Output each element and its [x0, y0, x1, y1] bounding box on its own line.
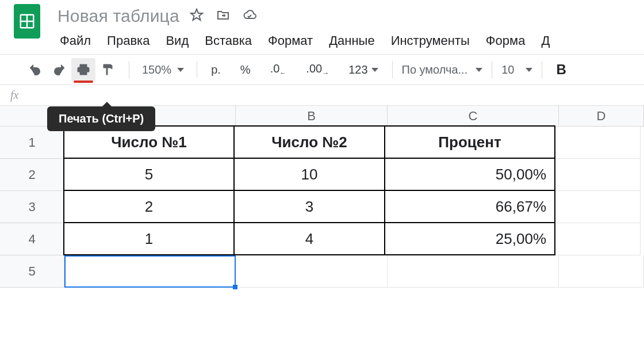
format-percent-button[interactable]: %: [236, 63, 255, 77]
cell-D5[interactable]: [559, 255, 644, 288]
cell-D3[interactable]: [555, 191, 641, 223]
cell-A2[interactable]: 5: [63, 158, 235, 191]
redo-button[interactable]: [47, 58, 71, 81]
row-header-5[interactable]: 5: [0, 255, 64, 288]
font-size-select[interactable]: 10: [501, 63, 514, 77]
cell-D4[interactable]: [555, 223, 641, 255]
cell-C5[interactable]: [388, 255, 559, 288]
header: Новая таблица: [0, 0, 644, 32]
spreadsheet-grid: A B C D 1 Число №1 Число №2 Процент 2 5 …: [0, 106, 644, 288]
col-header-C[interactable]: C: [388, 106, 559, 127]
undo-button[interactable]: [23, 58, 47, 81]
menu-data[interactable]: Данные: [329, 33, 374, 48]
row-header-4[interactable]: 4: [0, 223, 64, 255]
menu-tools[interactable]: Инструменты: [391, 33, 470, 48]
fx-label: fx: [10, 89, 33, 102]
menu-bar: Файл Правка Вид Вставка Формат Данные Ин…: [0, 32, 644, 54]
star-icon[interactable]: [190, 8, 204, 24]
format-currency-button[interactable]: р.: [206, 63, 225, 77]
menu-view[interactable]: Вид: [166, 33, 189, 48]
cell-A4[interactable]: 1: [63, 222, 235, 255]
menu-format[interactable]: Формат: [268, 33, 313, 48]
cell-C4[interactable]: 25,00%: [384, 222, 555, 255]
cell-B2[interactable]: 10: [233, 158, 385, 191]
caret-down-icon: [526, 68, 532, 72]
menu-form[interactable]: Форма: [486, 33, 526, 48]
doc-title[interactable]: Новая таблица: [57, 6, 179, 26]
print-tooltip: Печать (Ctrl+P): [47, 106, 155, 131]
caret-down-icon: [476, 68, 482, 72]
row-header-3[interactable]: 3: [0, 191, 64, 223]
decrease-decimal-button[interactable]: .0←: [266, 62, 292, 77]
row-header-1[interactable]: 1: [0, 127, 64, 159]
cell-B4[interactable]: 4: [233, 222, 385, 255]
cloud-status-icon[interactable]: [243, 8, 256, 24]
cell-B3[interactable]: 3: [233, 190, 385, 223]
formula-bar: fx: [0, 85, 644, 106]
cell-B5[interactable]: [236, 255, 388, 288]
zoom-value: 150%: [142, 63, 171, 77]
zoom-select[interactable]: 150%: [139, 63, 187, 77]
paint-format-button[interactable]: [95, 58, 120, 81]
caret-down-icon: [371, 68, 378, 72]
cell-A5[interactable]: [64, 255, 236, 288]
svg-marker-3: [191, 9, 202, 20]
menu-edit[interactable]: Правка: [107, 33, 150, 48]
cell-A3[interactable]: 2: [63, 190, 235, 223]
menu-more[interactable]: Д: [541, 33, 550, 48]
cell-C2[interactable]: 50,00%: [384, 158, 555, 191]
increase-decimal-button[interactable]: .00→: [301, 62, 334, 77]
font-family-select[interactable]: По умолча...: [402, 63, 483, 77]
move-folder-icon[interactable]: [216, 8, 230, 24]
sheets-logo-icon[interactable]: [14, 4, 40, 39]
row-header-2[interactable]: 2: [0, 159, 64, 191]
menu-insert[interactable]: Вставка: [205, 33, 252, 48]
cell-B1[interactable]: Число №2: [233, 125, 385, 159]
number-format-button[interactable]: 123: [344, 63, 382, 77]
bold-button[interactable]: B: [551, 62, 566, 78]
cell-D1[interactable]: [555, 127, 641, 159]
cell-C3[interactable]: 66,67%: [384, 190, 555, 223]
print-button[interactable]: [71, 58, 95, 81]
toolbar: 150% р. % .0← .00→ 123 По умолча... 10 B: [0, 54, 644, 85]
cell-D2[interactable]: [555, 159, 641, 191]
col-header-B[interactable]: B: [236, 106, 388, 127]
col-header-D[interactable]: D: [559, 106, 644, 127]
cell-C1[interactable]: Процент: [384, 125, 555, 159]
caret-down-icon: [177, 68, 184, 72]
menu-file[interactable]: Файл: [60, 33, 91, 48]
